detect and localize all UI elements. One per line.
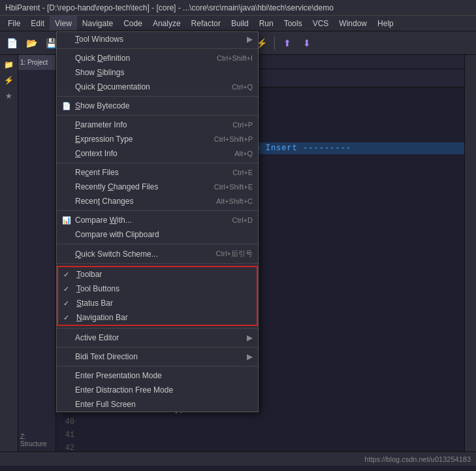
- status-bar: https://blog.csdn.net/u013254183: [0, 451, 476, 466]
- menu-show-siblings[interactable]: Show Siblings: [57, 65, 258, 80]
- menu-navigate[interactable]: Navigate: [77, 16, 118, 31]
- title-text: HbiParent - [D:\repo-hand\repo-tech\tech…: [5, 3, 334, 12]
- view-dropdown-menu[interactable]: Tool Windows ▶ Quick Definition Ctrl+Shi…: [56, 31, 259, 412]
- menu-toolbar[interactable]: ✓ Toolbar: [58, 267, 257, 282]
- sep-10: [57, 366, 258, 366]
- menu-view[interactable]: View: [50, 16, 77, 31]
- left-sidebar: 📁 ⚡ ★: [0, 55, 18, 451]
- menu-compare-clipboard[interactable]: Compare with Clipboard: [57, 227, 258, 242]
- check-statusbar-icon: ✓: [63, 299, 76, 308]
- sep-6: [57, 244, 258, 244]
- sep-1: [57, 48, 258, 49]
- status-url: https://blog.csdn.net/u013254183: [364, 455, 471, 463]
- sep-3: [57, 115, 258, 116]
- sep-5: [57, 210, 258, 211]
- menu-recent-changes[interactable]: Recent Changes Alt+Shift+C: [57, 194, 258, 208]
- sep-9: [57, 347, 258, 348]
- menu-help[interactable]: Help: [372, 16, 399, 31]
- menu-full-screen[interactable]: Enter Full Screen: [57, 397, 258, 412]
- menu-vcs[interactable]: VCS: [308, 16, 334, 31]
- menu-run[interactable]: Run: [254, 16, 279, 31]
- sep-8: [57, 328, 258, 329]
- menu-window[interactable]: Window: [334, 16, 372, 31]
- menu-bidi-text[interactable]: Bidi Text Direction ▶: [57, 349, 258, 364]
- favorites-icon[interactable]: ★: [2, 89, 16, 103]
- menu-quick-documentation[interactable]: Quick Documentation Ctrl+Q: [57, 80, 258, 94]
- vcs-button[interactable]: ⬆: [278, 34, 296, 52]
- menu-edit[interactable]: Edit: [25, 16, 50, 31]
- menu-presentation-mode[interactable]: Enter Presentation Mode: [57, 368, 258, 383]
- menu-tool-buttons[interactable]: ✓ Tool Buttons: [58, 282, 257, 296]
- checked-section: ✓ Toolbar ✓ Tool Buttons ✓ Status Bar ✓ …: [57, 266, 258, 326]
- sep-7: [57, 263, 258, 264]
- menu-file[interactable]: File: [3, 16, 25, 31]
- title-bar: HbiParent - [D:\repo-hand\repo-tech\tech…: [0, 0, 476, 16]
- right-sidebar: [464, 55, 476, 451]
- menu-compare-with[interactable]: 📊 Compare With... Ctrl+D: [57, 213, 258, 227]
- sep-2: [57, 96, 258, 97]
- menu-active-editor[interactable]: Active Editor ▶: [57, 331, 258, 345]
- structure-tab[interactable]: Z: Structure: [18, 429, 56, 451]
- structure-icon[interactable]: ⚡: [2, 73, 16, 88]
- code-line-41: 41: [56, 429, 464, 442]
- menu-expression-type[interactable]: Expression Type Ctrl+Shift+P: [57, 132, 258, 146]
- menu-bar: File Edit View Navigate Code Analyze Ref…: [0, 16, 476, 31]
- menu-show-bytecode[interactable]: 📄 Show Bytecode: [57, 99, 258, 113]
- menu-navigation-bar[interactable]: ✓ Navigation Bar: [58, 310, 257, 325]
- menu-analyze[interactable]: Analyze: [148, 16, 186, 31]
- toolbar-sep-4: [274, 37, 275, 50]
- project-tab[interactable]: 1: Project: [18, 55, 56, 70]
- menu-distraction-free[interactable]: Enter Distraction Free Mode: [57, 383, 258, 397]
- check-toolbuttons-icon: ✓: [63, 285, 76, 293]
- check-toolbar-icon: ✓: [63, 270, 76, 279]
- menu-parameter-info[interactable]: Parameter Info Ctrl+P: [57, 118, 258, 132]
- menu-tools[interactable]: Tools: [279, 16, 308, 31]
- project-icon[interactable]: 📁: [2, 57, 16, 72]
- vcs-update-button[interactable]: ⬇: [298, 34, 316, 52]
- menu-recently-changed-files[interactable]: Recently Changed Files Ctrl+Shift+E: [57, 180, 258, 194]
- code-line-42: 42: [56, 442, 464, 451]
- menu-build[interactable]: Build: [226, 16, 254, 31]
- menu-quick-switch-scheme[interactable]: Quick Switch Scheme... Ctrl+后引号: [57, 246, 258, 261]
- menu-refactor[interactable]: Refactor: [186, 16, 226, 31]
- menu-recent-files[interactable]: Recent Files Ctrl+E: [57, 165, 258, 180]
- open-button[interactable]: 📂: [22, 34, 40, 52]
- menu-status-bar[interactable]: ✓ Status Bar: [58, 296, 257, 310]
- code-line-40: 40: [56, 415, 464, 429]
- project-panel: 1: Project Z: Structure: [18, 55, 56, 451]
- new-button[interactable]: 📄: [3, 34, 21, 52]
- menu-context-info[interactable]: Context Info Alt+Q: [57, 146, 258, 161]
- menu-tool-windows[interactable]: Tool Windows ▶: [57, 32, 258, 46]
- sep-4: [57, 163, 258, 163]
- menu-quick-definition[interactable]: Quick Definition Ctrl+Shift+I: [57, 51, 258, 65]
- menu-code[interactable]: Code: [118, 16, 148, 31]
- check-navbar-icon: ✓: [63, 314, 76, 322]
